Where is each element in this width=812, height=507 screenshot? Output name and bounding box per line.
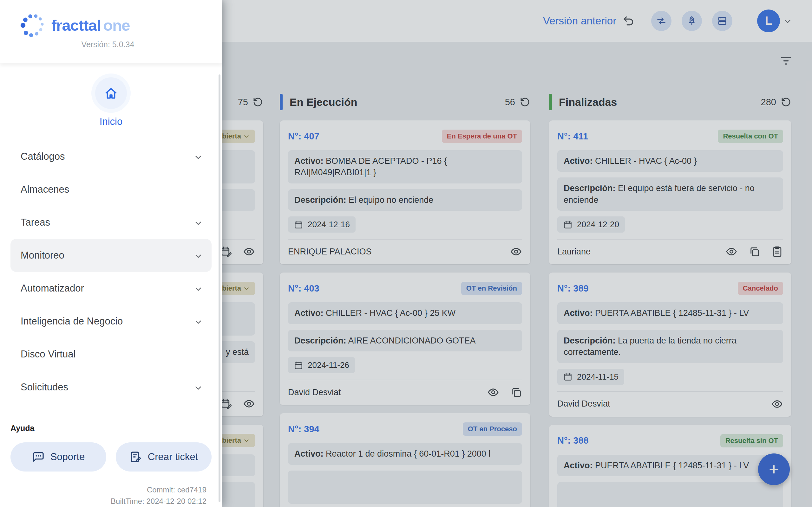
fracttal-logo-icon (18, 11, 46, 39)
create-ticket-button[interactable]: Crear ticket (116, 442, 212, 471)
home-label: Inicio (0, 116, 222, 127)
home-icon (104, 86, 118, 101)
brand-suffix: one (103, 17, 130, 34)
home-button[interactable] (95, 77, 127, 109)
brand-name: fracttal (51, 17, 101, 34)
sidebar-item-automatizador[interactable]: Automatizador (0, 272, 222, 305)
sidebar-menu: Catálogos Almacenes Tareas Monitoreo Aut… (0, 140, 222, 402)
sidebar-item-solicitudes[interactable]: Solicitudes (0, 371, 222, 402)
build-info: Commit: ced7419 BuiltTime: 2024-12-20 02… (10, 484, 212, 507)
app-version: Versión: 5.0.34 (0, 40, 216, 49)
support-button[interactable]: Soporte (10, 442, 106, 471)
help-section-label: Ayuda (10, 424, 212, 433)
chevron-down-icon (194, 283, 203, 294)
chevron-down-icon (194, 316, 203, 327)
commit-hash: Commit: ced7419 (10, 484, 206, 496)
sidebar-item-inteligencia-de-negocio[interactable]: Inteligencia de Negocio (0, 305, 222, 338)
chevron-down-icon (194, 382, 203, 393)
sidebar-item-tareas[interactable]: Tareas (0, 206, 222, 239)
sidebar-item-catalogos[interactable]: Catálogos (0, 140, 222, 173)
chevron-down-icon (194, 151, 203, 162)
build-time: BuiltTime: 2024-12-20 02:12 (10, 496, 206, 507)
sidebar-footer: Ayuda Soporte Crear ticket Commit: ced74… (0, 424, 222, 507)
ticket-icon (130, 451, 142, 463)
chevron-down-icon (194, 217, 203, 228)
sidebar-scrollbar[interactable] (218, 74, 220, 502)
chat-icon (32, 451, 45, 463)
chevron-down-icon (194, 250, 203, 261)
sidebar-item-monitoreo[interactable]: Monitoreo (10, 239, 212, 272)
sidebar-header: fracttalone Versión: 5.0.34 (0, 0, 222, 63)
logo: fracttalone (18, 11, 130, 39)
sidebar-drawer: fracttalone Versión: 5.0.34 Inicio Catál… (0, 0, 222, 507)
sidebar-item-almacenes[interactable]: Almacenes (0, 173, 222, 206)
sidebar-menu-area: Inicio Catálogos Almacenes Tareas Monito… (0, 63, 222, 402)
sidebar-item-disco-virtual[interactable]: Disco Virtual (0, 338, 222, 371)
